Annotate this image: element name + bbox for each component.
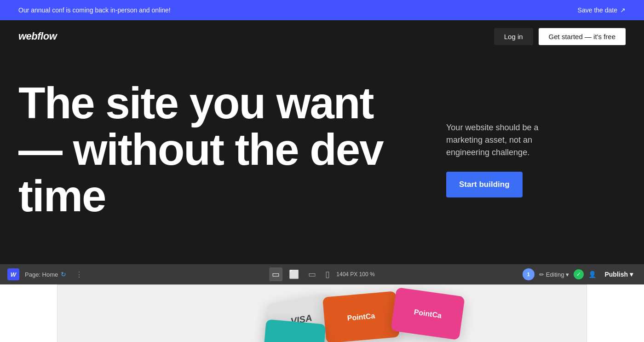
hero-subtext: Your website should be a marketing asset… bbox=[446, 122, 566, 159]
cards-container: VISA PointCa PointCa bbox=[58, 285, 586, 342]
start-building-button[interactable]: Start building bbox=[446, 172, 523, 197]
hero-headline: The site you want — without the dev time bbox=[18, 80, 419, 219]
hero-right: Your website should be a marketing asset… bbox=[419, 80, 626, 197]
mobile-icon[interactable]: ▯ bbox=[322, 267, 333, 281]
hero-section: The site you want — without the dev time… bbox=[0, 52, 644, 264]
page-label: Page: Home ↻ bbox=[25, 271, 66, 278]
preview-area: VISA PointCa PointCa bbox=[57, 284, 587, 342]
announcement-text: Our annual conf is coming back in-person… bbox=[18, 6, 171, 14]
get-started-button[interactable]: Get started — it's free bbox=[539, 28, 626, 45]
collaborator-icon: 👤 bbox=[588, 271, 596, 278]
editor-bar: W Page: Home ↻ ⋮ ▭ ⬜ ▭ ▯ 1404 PX 100 % 1… bbox=[0, 264, 644, 284]
checkmark-icon: ✓ bbox=[576, 271, 581, 278]
pencil-icon: ✏ bbox=[539, 271, 544, 278]
save-the-date-label: Save the date bbox=[578, 6, 617, 14]
navbar: webflow Log in Get started — it's free bbox=[0, 20, 644, 52]
announcement-bar: Our annual conf is coming back in-person… bbox=[0, 0, 644, 20]
pointca-pink-card: PointCa bbox=[391, 287, 465, 340]
tablet-portrait-icon[interactable]: ▭ bbox=[305, 267, 319, 281]
external-link-icon: ↗ bbox=[620, 6, 626, 14]
publish-button[interactable]: Publish ▾ bbox=[601, 269, 637, 280]
save-the-date-link[interactable]: Save the date ↗ bbox=[578, 6, 626, 14]
nav-actions: Log in Get started — it's free bbox=[494, 28, 626, 45]
webflow-logo: webflow bbox=[18, 30, 57, 42]
collaborator-avatar: 1 bbox=[523, 268, 535, 280]
more-options-icon[interactable]: ⋮ bbox=[75, 270, 83, 279]
desktop-icon[interactable]: ▭ bbox=[269, 267, 282, 281]
editing-label: ✏ Editing ▾ bbox=[539, 271, 569, 278]
login-button[interactable]: Log in bbox=[494, 28, 533, 45]
editor-right-actions: 1 ✏ Editing ▾ ✓ 👤 Publish ▾ bbox=[523, 268, 637, 280]
tablet-landscape-icon[interactable]: ⬜ bbox=[286, 267, 302, 281]
publish-chevron-icon: ▾ bbox=[630, 271, 633, 278]
px-info: 1404 PX 100 % bbox=[336, 271, 374, 278]
webflow-w-icon: W bbox=[7, 268, 19, 280]
device-icons: ▭ ⬜ ▭ ▯ 1404 PX 100 % bbox=[269, 267, 374, 281]
editing-chevron-icon[interactable]: ▾ bbox=[566, 271, 569, 278]
pointca-orange-card: PointCa bbox=[322, 291, 400, 342]
saved-status-icon: ✓ bbox=[574, 269, 584, 279]
refresh-icon[interactable]: ↻ bbox=[61, 271, 66, 278]
